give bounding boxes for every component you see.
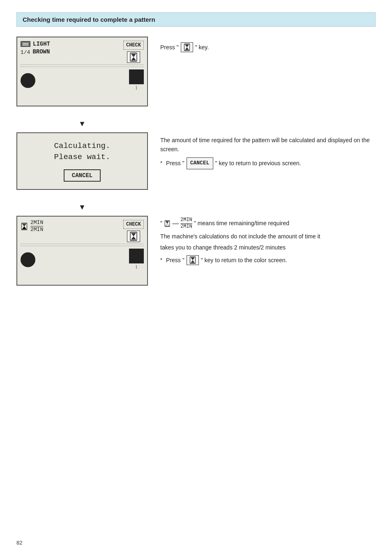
svg-marker-25 xyxy=(166,224,169,226)
hourglass-button-screen1[interactable] xyxy=(127,51,140,63)
svg-marker-14 xyxy=(22,224,26,226)
page-number: 82 xyxy=(16,540,22,546)
svg-marker-5 xyxy=(131,57,136,60)
step3-note-suffix: " key to return to the color screen. xyxy=(201,256,287,265)
step2-note-suffix: " key to return to previous screen. xyxy=(215,159,301,168)
svg-marker-30 xyxy=(191,260,195,263)
arrow-down-2: ▼ xyxy=(16,203,148,212)
svg-marker-29 xyxy=(191,258,195,261)
swatch-dark-screen3 xyxy=(21,252,35,267)
thread-tail-icon: ⌇ xyxy=(135,85,138,91)
svg-marker-9 xyxy=(185,44,189,47)
svg-marker-4 xyxy=(131,54,136,57)
thread-tail-icon-3: ⌇ xyxy=(135,264,138,270)
step3-dash: — xyxy=(172,218,179,229)
check-button-screen3[interactable]: CHECK xyxy=(123,220,144,229)
step3-open-quote: " xyxy=(160,219,162,228)
step3-hourglass-key[interactable] xyxy=(187,255,199,265)
svg-marker-20 xyxy=(131,236,136,240)
step1-hourglass-key xyxy=(181,42,193,52)
screen1: LIGHT 1/4 BROWN CHECK xyxy=(16,37,148,106)
cancel-key-box[interactable]: CANCEL xyxy=(187,157,213,169)
screen3-time-bottom: 2MIN xyxy=(30,227,43,233)
step2-note-prefix: Press " xyxy=(166,159,184,168)
screen1-color-name-line2: BROWN xyxy=(32,48,50,55)
step3-line3: takes you to change threads 2 minutes/2 … xyxy=(160,243,376,252)
step3-fraction-inline: 2MIN 2MIN xyxy=(180,217,192,229)
swatch-dark-screen1 xyxy=(21,73,35,88)
step1-press-suffix: " key. xyxy=(195,43,209,52)
svg-marker-15 xyxy=(22,226,26,229)
step2-desc: The amount of time required for the patt… xyxy=(160,132,376,169)
screen1-color-name-line1: LIGHT xyxy=(33,41,50,48)
step3-note-prefix: Press " xyxy=(166,256,184,265)
section-header: Checking time required to complete a pat… xyxy=(16,12,376,27)
step3-bullet: * xyxy=(160,256,162,265)
step1-press-prefix: Press " xyxy=(160,43,179,52)
hourglass-icon-screen3 xyxy=(21,223,28,230)
step1-desc: Press " " key. xyxy=(160,37,376,52)
svg-marker-19 xyxy=(131,233,136,236)
step2-bullet: * xyxy=(160,159,162,168)
check-button-screen1[interactable]: CHECK xyxy=(123,41,144,50)
thread-spool-icon xyxy=(21,41,30,47)
arrow-down-1: ▼ xyxy=(16,120,148,128)
step3-line2: The machine's calculations do not includ… xyxy=(160,232,376,241)
svg-marker-10 xyxy=(185,47,189,50)
calc-line1: Calculating. xyxy=(54,141,111,152)
step3-means-text: " means time remaining/time required xyxy=(194,219,289,228)
svg-marker-24 xyxy=(166,221,169,224)
hourglass-button-screen3[interactable] xyxy=(127,231,140,242)
step3-frac-top: 2MIN xyxy=(180,217,192,223)
screen3: 2MIN 2MIN CHECK xyxy=(16,216,148,286)
swatch-medium-screen3 xyxy=(129,249,144,263)
screen2: Calculating. Please wait. CANCEL xyxy=(16,132,148,190)
calc-line2: Please wait. xyxy=(54,152,111,163)
screen1-count: 1/4 xyxy=(21,49,30,55)
step3-desc: " — 2MIN 2MIN " means time remaining/tim… xyxy=(160,216,376,265)
hourglass-inline-icon xyxy=(164,220,171,227)
cancel-button-screen2[interactable]: CANCEL xyxy=(64,169,101,182)
screen3-time-top: 2MIN xyxy=(30,220,43,226)
step3-frac-bottom: 2MIN xyxy=(180,224,192,229)
step2-desc-text: The amount of time required for the patt… xyxy=(160,136,376,154)
header-title: Checking time required to complete a pat… xyxy=(23,16,155,23)
swatch-medium-screen1 xyxy=(129,69,144,84)
